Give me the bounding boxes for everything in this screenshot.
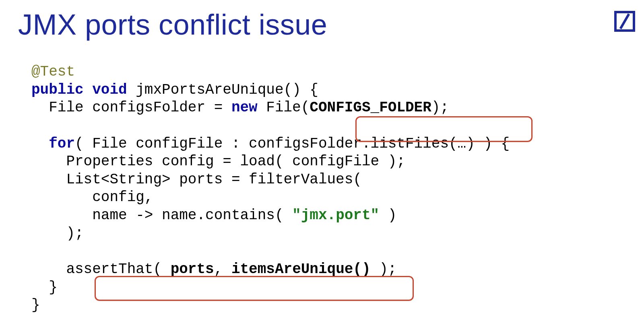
paren-close: ); bbox=[431, 99, 449, 116]
keyword-for: for bbox=[49, 136, 75, 152]
string-jmxport: "jmx.port" bbox=[292, 207, 379, 224]
code-line-7-post: ) bbox=[379, 207, 396, 224]
code-line-6: config, bbox=[31, 189, 153, 206]
code-line-9-pre: assertThat( bbox=[31, 261, 171, 278]
slide-title: JMX ports conflict issue bbox=[0, 0, 644, 41]
keyword-new: new bbox=[231, 99, 258, 116]
code-line-2-mid: File bbox=[258, 99, 301, 116]
code-line-9-post: ); bbox=[371, 261, 397, 278]
paren-open: ( bbox=[301, 99, 310, 116]
code-line-10: } bbox=[31, 279, 58, 296]
code-line-11: } bbox=[31, 297, 40, 313]
code-line-3-rest: ( File configFile : configsFolder.listFi… bbox=[75, 136, 510, 152]
code-line-9-mid: , bbox=[214, 261, 231, 278]
annotation-test: @Test bbox=[31, 64, 75, 80]
code-line-2-pre: File configsFolder = bbox=[31, 99, 231, 116]
method-signature: jmxPortsAreUnique() { bbox=[127, 82, 318, 98]
deutsche-bank-logo-icon bbox=[614, 11, 635, 32]
keyword-void: void bbox=[92, 82, 127, 98]
items-are-unique: itemsAreUnique() bbox=[231, 261, 371, 278]
code-line-5: List<String> ports = filterValues( bbox=[31, 171, 362, 188]
code-block: @Test public void jmxPortsAreUnique() { … bbox=[0, 41, 644, 315]
keyword-public: public bbox=[31, 82, 84, 98]
code-line-7-pre: name -> name.contains( bbox=[31, 207, 292, 224]
ports-var: ports bbox=[171, 261, 214, 278]
code-line-8: ); bbox=[31, 225, 84, 242]
code-line-4: Properties config = load( configFile ); bbox=[31, 153, 405, 170]
configs-folder-const: CONFIGS_FOLDER bbox=[310, 99, 431, 116]
